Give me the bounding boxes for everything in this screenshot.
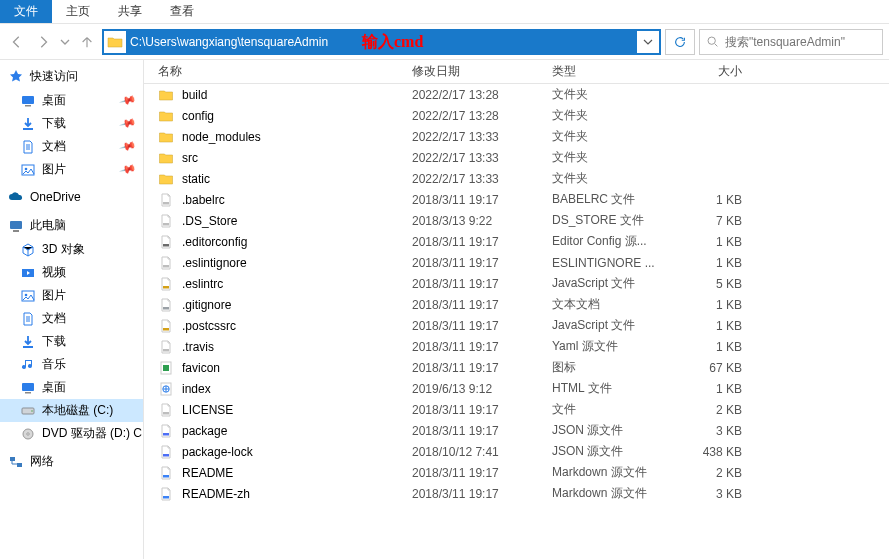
svg-point-0 (708, 37, 715, 44)
file-row[interactable]: .babelrc2018/3/11 19:17BABELRC 文件1 KB (144, 189, 889, 210)
pc-item-1[interactable]: 视频 (0, 261, 143, 284)
search-box[interactable] (699, 29, 883, 55)
file-row[interactable]: index2019/6/13 9:12HTML 文件1 KB (144, 378, 889, 399)
search-icon (706, 35, 719, 48)
file-type: HTML 文件 (552, 380, 682, 397)
quick-item-3[interactable]: 图片📌 (0, 158, 143, 181)
file-type: JSON 源文件 (552, 422, 682, 439)
pc-item-3[interactable]: 文档 (0, 307, 143, 330)
quick-item-1[interactable]: 下载📌 (0, 112, 143, 135)
tab-share[interactable]: 共享 (104, 0, 156, 23)
file-type: 文件夹 (552, 107, 682, 124)
file-date: 2018/3/11 19:17 (412, 487, 552, 501)
file-row[interactable]: node_modules2022/2/17 13:33文件夹 (144, 126, 889, 147)
file-row[interactable]: .editorconfig2018/3/11 19:17Editor Confi… (144, 231, 889, 252)
txt-icon (158, 297, 174, 313)
file-name: build (182, 88, 207, 102)
svg-rect-20 (163, 244, 169, 247)
file-row[interactable]: .gitignore2018/3/11 19:17文本文档1 KB (144, 294, 889, 315)
file-type: Markdown 源文件 (552, 485, 682, 502)
file-size: 2 KB (682, 403, 762, 417)
file-date: 2018/3/11 19:17 (412, 361, 552, 375)
pc-item-0[interactable]: 3D 对象 (0, 238, 143, 261)
file-size: 2 KB (682, 466, 762, 480)
file-row[interactable]: LICENSE2018/3/11 19:17文件2 KB (144, 399, 889, 420)
file-row[interactable]: README-zh2018/3/11 19:17Markdown 源文件3 KB (144, 483, 889, 504)
file-row[interactable]: config2022/2/17 13:28文件夹 (144, 105, 889, 126)
md-icon (158, 465, 174, 481)
file-row[interactable]: src2022/2/17 13:33文件夹 (144, 147, 889, 168)
file-row[interactable]: static2022/2/17 13:33文件夹 (144, 168, 889, 189)
file-name: static (182, 172, 210, 186)
file-date: 2022/2/17 13:33 (412, 151, 552, 165)
file-size: 3 KB (682, 487, 762, 501)
pc-item-8[interactable]: DVD 驱动器 (D:) C (0, 422, 143, 445)
file-row[interactable]: .eslintrc2018/3/11 19:17JavaScript 文件5 K… (144, 273, 889, 294)
file-date: 2018/3/11 19:17 (412, 235, 552, 249)
cloud-icon (8, 189, 24, 205)
file-date: 2018/10/12 7:41 (412, 445, 552, 459)
up-button[interactable] (76, 31, 98, 53)
svg-point-13 (31, 410, 33, 412)
navigation-bar: 输入cmd (0, 24, 889, 60)
pc-item-5[interactable]: 音乐 (0, 353, 143, 376)
quick-item-2[interactable]: 文档📌 (0, 135, 143, 158)
file-row[interactable]: build2022/2/17 13:28文件夹 (144, 84, 889, 105)
json-icon (158, 444, 174, 460)
file-date: 2018/3/11 19:17 (412, 319, 552, 333)
pc-item-6[interactable]: 桌面 (0, 376, 143, 399)
folder-icon (158, 129, 174, 145)
file-row[interactable]: .travis2018/3/11 19:17Yaml 源文件1 KB (144, 336, 889, 357)
onedrive-header[interactable]: OneDrive (0, 185, 143, 209)
history-dropdown[interactable] (58, 31, 72, 53)
tab-home[interactable]: 主页 (52, 0, 104, 23)
quick-item-0[interactable]: 桌面📌 (0, 89, 143, 112)
file-date: 2018/3/11 19:17 (412, 403, 552, 417)
file-row[interactable]: favicon2018/3/11 19:17图标67 KB (144, 357, 889, 378)
html-icon (158, 381, 174, 397)
svg-rect-24 (163, 328, 169, 331)
tab-file[interactable]: 文件 (0, 0, 52, 23)
file-row[interactable]: .postcssrc2018/3/11 19:17JavaScript 文件1 … (144, 315, 889, 336)
file-name: .eslintrc (182, 277, 223, 291)
pc-item-4[interactable]: 下载 (0, 330, 143, 353)
file-row[interactable]: README2018/3/11 19:17Markdown 源文件2 KB (144, 462, 889, 483)
md-icon (158, 486, 174, 502)
3d-icon (20, 242, 36, 258)
col-name[interactable]: 名称 (158, 63, 412, 80)
file-date: 2018/3/11 19:17 (412, 193, 552, 207)
file-name: package (182, 424, 227, 438)
quick-access-header[interactable]: 快速访问 (0, 64, 143, 89)
address-input[interactable] (126, 31, 637, 53)
file-name: .travis (182, 340, 214, 354)
pc-item-7[interactable]: 本地磁盘 (C:) (0, 399, 143, 422)
address-bar[interactable]: 输入cmd (102, 29, 661, 55)
file-date: 2022/2/17 13:28 (412, 88, 552, 102)
videos-icon (20, 265, 36, 281)
network-header[interactable]: 网络 (0, 449, 143, 474)
file-row[interactable]: package-lock2018/10/12 7:41JSON 源文件438 K… (144, 441, 889, 462)
desktop-icon (20, 93, 36, 109)
this-pc-header[interactable]: 此电脑 (0, 213, 143, 238)
forward-button[interactable] (32, 31, 54, 53)
back-button[interactable] (6, 31, 28, 53)
documents-icon (20, 139, 36, 155)
svg-rect-1 (22, 96, 34, 104)
refresh-button[interactable] (665, 29, 695, 55)
pc-item-2[interactable]: 图片 (0, 284, 143, 307)
file-row[interactable]: package2018/3/11 19:17JSON 源文件3 KB (144, 420, 889, 441)
file-size: 438 KB (682, 445, 762, 459)
file-size: 1 KB (682, 193, 762, 207)
file-date: 2018/3/11 19:17 (412, 298, 552, 312)
col-type[interactable]: 类型 (552, 63, 682, 80)
file-type: 文件 (552, 401, 682, 418)
address-dropdown[interactable] (637, 37, 659, 47)
file-name: README-zh (182, 487, 250, 501)
tab-view[interactable]: 查看 (156, 0, 208, 23)
col-date[interactable]: 修改日期 (412, 63, 552, 80)
file-date: 2018/3/13 9:22 (412, 214, 552, 228)
col-size[interactable]: 大小 (682, 63, 762, 80)
search-input[interactable] (725, 35, 876, 49)
file-row[interactable]: .eslintignore2018/3/11 19:17ESLINTIGNORE… (144, 252, 889, 273)
file-row[interactable]: .DS_Store2018/3/13 9:22DS_STORE 文件7 KB (144, 210, 889, 231)
